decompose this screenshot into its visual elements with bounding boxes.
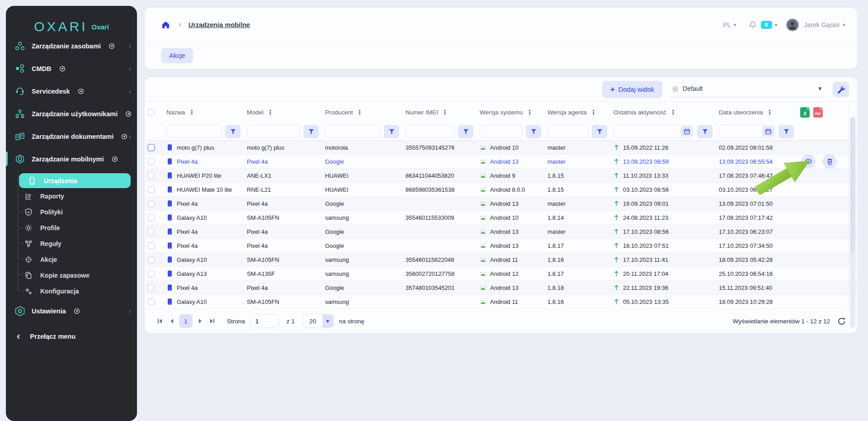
filter-input-wersja-agenta[interactable]: [547, 125, 589, 138]
export-pdf-icon[interactable]: PDF: [813, 107, 823, 118]
cell-model: SM-A105FN: [247, 211, 325, 224]
table-row[interactable]: Pixel 4a Pixel 4a Google Android 13 1.8.…: [146, 239, 857, 253]
table-row[interactable]: HUAWEI P20 lite ANE-LX1 HUAWEI 863411044…: [146, 169, 857, 183]
table-row[interactable]: Galaxy A10 SM-A105FN samsung Android 11 …: [146, 295, 857, 309]
row-checkbox[interactable]: [148, 256, 155, 263]
view-select[interactable]: ◎ Default ▼: [670, 82, 826, 97]
column-menu-icon[interactable]: ⋮: [670, 109, 676, 116]
row-checkbox[interactable]: [148, 298, 155, 305]
filter-input-producent[interactable]: [325, 125, 381, 138]
filter-funnel-button[interactable]: [303, 125, 319, 138]
column-menu-icon[interactable]: ⋮: [767, 109, 773, 116]
export-excel-icon[interactable]: X: [800, 107, 810, 118]
row-checkbox[interactable]: [148, 172, 155, 179]
row-checkbox[interactable]: [148, 186, 155, 193]
select-all-checkbox[interactable]: [148, 109, 155, 116]
table-settings-button[interactable]: [833, 82, 849, 97]
chevron-right-icon: ›: [129, 43, 131, 50]
submenu-item-urzadzenia[interactable]: Urządzenia: [19, 173, 131, 188]
submenu-item-profile[interactable]: Profile: [6, 220, 137, 236]
table-row[interactable]: Pixel 4a Pixel 4a Google 357480103545201…: [146, 281, 857, 295]
filter-funnel-button[interactable]: [225, 125, 241, 138]
filter-funnel-button[interactable]: [592, 125, 607, 138]
cell-checkbox: [146, 267, 166, 280]
row-checkbox[interactable]: [148, 284, 155, 291]
delete-device-button[interactable]: [821, 155, 838, 168]
column-menu-icon[interactable]: ⋮: [442, 109, 448, 116]
language-selector[interactable]: PL: [723, 21, 731, 28]
table-row[interactable]: moto g(7) plus moto g(7) plus motorola 3…: [146, 141, 857, 155]
add-view-button[interactable]: + Dodaj widok: [602, 81, 662, 98]
row-checkbox[interactable]: [148, 270, 155, 277]
next-page-button[interactable]: [194, 315, 206, 327]
notifications-button[interactable]: 0: [748, 20, 772, 29]
home-icon[interactable]: [161, 20, 170, 29]
akcje-button[interactable]: Akcje: [161, 48, 193, 63]
sidebar-item-zarzadzanie-zasobami[interactable]: Zarządzanie zasobami ›: [6, 35, 137, 57]
column-menu-icon[interactable]: ⋮: [590, 109, 597, 116]
sidebar-item-cmdb[interactable]: CMDB ›: [6, 57, 137, 80]
submenu-item-konfiguracja[interactable]: Konfiguracja: [6, 283, 137, 299]
sidebar-item-ustawienia[interactable]: Ustawienia ›: [6, 300, 137, 322]
column-menu-icon[interactable]: ⋮: [357, 109, 363, 116]
column-menu-icon[interactable]: ⋮: [189, 109, 195, 116]
sidebar-item-zarzadzanie-dokumentami[interactable]: Zarządzanie dokumentami ›: [6, 125, 137, 148]
table-row[interactable]: HUAWEI Mate 10 lite RNE-L21 HUAWEI 86859…: [146, 183, 857, 197]
per-page-select[interactable]: 20 ▼: [303, 314, 334, 328]
filter-funnel-button[interactable]: [384, 125, 399, 138]
submenu-item-polityki[interactable]: Polityki: [6, 204, 137, 220]
column-label[interactable]: Ostatnia aktywność: [613, 109, 666, 116]
table-row[interactable]: Galaxy A10 SM-A105FN samsung 35546011582…: [146, 253, 857, 267]
toggle-menu-button[interactable]: ‹ Przełącz menu: [6, 325, 137, 348]
user-name[interactable]: Jarek Gąsior: [804, 21, 840, 28]
column-label[interactable]: Data utworzenia: [719, 109, 763, 116]
submenu-item-akcje[interactable]: Akcje: [6, 251, 137, 267]
previous-page-button[interactable]: [165, 315, 177, 327]
refresh-button[interactable]: [837, 316, 848, 326]
breadcrumb-current-link[interactable]: Urządzenia mobilne: [189, 21, 250, 28]
submenu-item-reguly[interactable]: Reguły: [6, 236, 137, 251]
table-row[interactable]: Pixel 4a Pixel 4a Google Android 13 mast…: [146, 155, 857, 169]
user-avatar[interactable]: [786, 18, 799, 32]
sidebar-item-servicedesk[interactable]: Servicedesk ›: [6, 80, 137, 103]
column-label[interactable]: Nazwa: [166, 109, 185, 116]
column-label[interactable]: Model: [247, 109, 264, 116]
table-row[interactable]: Pixel 4a Pixel 4a Google Android 13 mast…: [146, 225, 857, 239]
calendar-button[interactable]: [681, 126, 693, 137]
sidebar-item-zarzadzanie-mobilnymi[interactable]: Zarządzanie mobilnymi: [6, 148, 137, 170]
column-menu-icon[interactable]: ⋮: [267, 109, 274, 116]
filter-input-wersja-systemu[interactable]: [480, 125, 523, 138]
submenu-item-raporty[interactable]: Raporty: [6, 188, 137, 204]
table-row[interactable]: Galaxy A10 SM-A105FN samsung 35546011553…: [146, 211, 857, 225]
row-checkbox[interactable]: [148, 144, 155, 151]
row-checkbox[interactable]: [148, 242, 155, 249]
page-number-input[interactable]: [250, 314, 279, 328]
filter-funnel-button[interactable]: [526, 125, 541, 138]
table-row[interactable]: Galaxy A13 SM-A135F samsung 356002720127…: [146, 267, 857, 281]
column-label[interactable]: Numer IMEI: [406, 109, 438, 116]
last-page-button[interactable]: [206, 315, 218, 327]
filter-input-nazwa[interactable]: [166, 125, 222, 138]
row-checkbox[interactable]: [148, 214, 155, 221]
row-checkbox[interactable]: [148, 228, 155, 235]
column-label[interactable]: Wersja systemu: [480, 109, 523, 116]
current-page-button[interactable]: 1: [179, 314, 193, 328]
scrollbar-thumb[interactable]: [850, 117, 855, 253]
filter-input-model[interactable]: [247, 125, 300, 138]
row-checkbox[interactable]: [148, 158, 155, 165]
first-page-button[interactable]: [154, 315, 165, 327]
filter-funnel-button[interactable]: [778, 125, 794, 138]
sidebar-item-zarzadzanie-uzytkownikami[interactable]: Zarządzanie użytkownikami ›: [6, 103, 137, 125]
calendar-button[interactable]: [762, 126, 774, 137]
submenu-item-kopie-zapasowe[interactable]: Kopie zapasowe: [6, 267, 137, 283]
vertical-scrollbar[interactable]: [850, 117, 855, 328]
column-label[interactable]: Producent: [325, 109, 353, 116]
view-device-button[interactable]: [800, 155, 816, 168]
column-label[interactable]: Wersja agenta: [547, 109, 587, 116]
filter-funnel-button[interactable]: [458, 125, 473, 138]
column-menu-icon[interactable]: ⋮: [527, 109, 533, 116]
filter-input-imei[interactable]: [406, 125, 455, 138]
filter-funnel-button[interactable]: [697, 125, 712, 138]
table-row[interactable]: Pixel 4a Pixel 4a Google Android 13 mast…: [146, 197, 857, 211]
row-checkbox[interactable]: [148, 200, 155, 207]
